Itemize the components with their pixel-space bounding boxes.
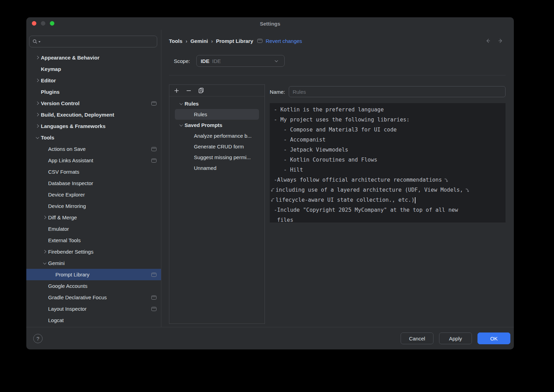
sidebar-item-prompt-library[interactable]: Prompt Library xyxy=(26,269,161,280)
ide-config-icon xyxy=(151,273,157,277)
chevron-right-icon[interactable] xyxy=(34,79,41,82)
chevron-right-icon[interactable] xyxy=(34,102,41,104)
scope-selected-bold: IDE xyxy=(201,58,209,64)
sidebar-item-device-explorer[interactable]: Device Explorer xyxy=(26,189,161,200)
ide-config-icon xyxy=(151,295,157,300)
chevron-down-icon[interactable] xyxy=(178,125,185,126)
prompt-tree-label: Rules xyxy=(185,101,199,107)
sidebar-item-gemini[interactable]: Gemini xyxy=(26,257,161,269)
sidebar-item-tools[interactable]: Tools xyxy=(26,132,161,143)
sidebar-item-emulator[interactable]: Emulator xyxy=(26,223,161,235)
title-bar: Settings xyxy=(26,17,514,30)
forward-arrow-icon[interactable] xyxy=(497,37,504,44)
prompt-tree-item-generate-crud-form[interactable]: Generate CRUD form xyxy=(175,141,259,152)
breadcrumb-item-tools[interactable]: Tools xyxy=(169,38,182,44)
sidebar-item-appearance-behavior[interactable]: Appearance & Behavior xyxy=(26,52,161,63)
sidebar-item-logcat[interactable]: Logcat xyxy=(26,314,161,326)
text-cursor xyxy=(415,197,416,203)
search-history-caret-icon[interactable] xyxy=(38,41,41,43)
sidebar-item-database-inspector[interactable]: Database Inspector xyxy=(26,177,161,189)
prompt-tree-item-unnamed[interactable]: Unnamed xyxy=(175,163,259,173)
breadcrumb-item-prompt-library[interactable]: Prompt Library xyxy=(216,38,253,44)
scope-label: Scope: xyxy=(174,58,190,64)
prompt-detail-panel: Name: - Kotlin is the preferred language… xyxy=(270,84,506,324)
sidebar-item-build-execution-deployment[interactable]: Build, Execution, Deployment xyxy=(26,109,161,120)
revert-changes-link[interactable]: Revert changes xyxy=(266,38,302,44)
prompt-editor-text: - Jetpack Viewmodels xyxy=(274,145,348,155)
ide-config-icon xyxy=(151,158,157,163)
sidebar-item-label: Actions on Save xyxy=(48,146,86,152)
sidebar-item-firebender-settings[interactable]: Firebender Settings xyxy=(26,246,161,257)
prompt-tree-label: Suggest missing permi... xyxy=(194,154,251,160)
settings-sidebar: Appearance & BehaviorKeymapEditorPlugins… xyxy=(26,30,161,327)
sidebar-item-csv-formats[interactable]: CSV Formats xyxy=(26,166,161,177)
prompt-tree-toolbar xyxy=(169,85,265,97)
prompt-tree-label: Rules xyxy=(194,111,207,117)
prompt-tree-list: RulesRulesSaved PromptsAnalyze performan… xyxy=(169,97,265,173)
add-prompt-button[interactable] xyxy=(173,87,180,94)
sidebar-item-languages-frameworks[interactable]: Languages & Frameworks xyxy=(26,120,161,132)
prompt-editor-line: - Kotlin Coroutines and Flows xyxy=(274,155,501,165)
chevron-down-icon[interactable] xyxy=(41,263,48,264)
sidebar-item-gradle-declarative-focus[interactable]: Gradle Declarative Focus xyxy=(26,292,161,303)
sidebar-item-label: Diff & Merge xyxy=(48,215,77,220)
scope-dropdown[interactable]: IDE IDE xyxy=(196,55,285,67)
prompt-tree-group-rules[interactable]: Rules xyxy=(175,98,259,109)
ok-button[interactable]: OK xyxy=(477,332,510,344)
sidebar-item-plugins[interactable]: Plugins xyxy=(26,86,161,98)
sidebar-item-version-control[interactable]: Version Control xyxy=(26,98,161,109)
remove-prompt-button[interactable] xyxy=(185,87,192,94)
help-button[interactable]: ? xyxy=(33,334,43,343)
minus-icon xyxy=(186,88,191,93)
prompt-tree-group-saved-prompts[interactable]: Saved Prompts xyxy=(175,120,259,130)
prompt-tree-item-suggest-missing-permi[interactable]: Suggest missing permi... xyxy=(175,152,259,163)
prompt-name-input[interactable] xyxy=(289,86,506,97)
prompt-editor-line: - Accompanist xyxy=(274,135,501,145)
sidebar-item-layout-inspector[interactable]: Layout Inspector xyxy=(26,303,161,314)
prompt-tree-item-analyze-performance-b[interactable]: Analyze performance b... xyxy=(175,130,259,141)
chevron-right-icon[interactable] xyxy=(41,216,48,219)
plus-icon xyxy=(174,88,179,93)
settings-window: Settings Appearance & BehaviorKeymapEdit… xyxy=(26,17,514,349)
apply-button[interactable]: Apply xyxy=(439,332,472,344)
search-input[interactable] xyxy=(41,36,154,47)
prompt-editor-line: -Always follow official architecture rec… xyxy=(274,175,501,185)
breadcrumb-item-gemini[interactable]: Gemini xyxy=(190,38,208,44)
chevron-right-icon[interactable] xyxy=(41,250,48,253)
breadcrumb: Tools›Gemini›Prompt Library Revert chang… xyxy=(169,37,506,44)
cancel-button[interactable]: Cancel xyxy=(401,332,434,344)
prompt-editor-line: - Jetpack Viewmodels xyxy=(274,145,501,155)
chevron-down-icon[interactable] xyxy=(34,137,41,138)
sidebar-item-label: Prompt Library xyxy=(55,272,89,277)
chevron-right-icon[interactable] xyxy=(34,125,41,127)
chevron-right-icon[interactable] xyxy=(34,113,41,116)
sidebar-item-label: Google Accounts xyxy=(48,283,87,289)
prompt-editor-text: - Accompanist xyxy=(274,135,325,145)
sidebar-item-label: Logcat xyxy=(48,317,64,323)
prompt-editor-text: -Include "Copyright 2025 MyCompany" at t… xyxy=(274,205,458,215)
back-arrow-icon[interactable] xyxy=(484,37,491,44)
chevron-down-icon[interactable] xyxy=(178,103,185,104)
prompt-editor-line: -Include "Copyright 2025 MyCompany" at t… xyxy=(274,205,501,215)
header-separator xyxy=(169,75,506,75)
sidebar-item-keymap[interactable]: Keymap xyxy=(26,63,161,75)
sidebar-item-device-mirroring[interactable]: Device Mirroring xyxy=(26,200,161,212)
sidebar-item-google-accounts[interactable]: Google Accounts xyxy=(26,280,161,292)
prompt-tree-item-rules[interactable]: Rules xyxy=(175,109,259,120)
copy-icon xyxy=(198,88,204,93)
sidebar-item-actions-on-save[interactable]: Actions on Save xyxy=(26,143,161,155)
prompt-text-editor[interactable]: - Kotlin is the preferred language- My p… xyxy=(270,103,506,222)
prompt-tree-label: Unnamed xyxy=(194,165,216,171)
sidebar-item-diff-merge[interactable]: Diff & Merge xyxy=(26,212,161,223)
settings-search-box[interactable] xyxy=(29,36,157,47)
prompt-tree-label: Analyze performance b... xyxy=(194,133,252,139)
prompt-editor-text: - Kotlin Coroutines and Flows xyxy=(274,155,377,165)
chevron-right-icon[interactable] xyxy=(34,56,41,59)
sidebar-item-label: Keymap xyxy=(41,66,61,72)
sidebar-item-app-links-assistant[interactable]: App Links Assistant xyxy=(26,155,161,166)
prompt-editor-text: - My project uses the following librarie… xyxy=(274,115,410,125)
copy-prompt-button[interactable] xyxy=(197,87,204,94)
sidebar-item-external-tools[interactable]: External Tools xyxy=(26,235,161,246)
sidebar-item-label: App Links Assistant xyxy=(48,157,93,163)
sidebar-item-editor[interactable]: Editor xyxy=(26,75,161,86)
